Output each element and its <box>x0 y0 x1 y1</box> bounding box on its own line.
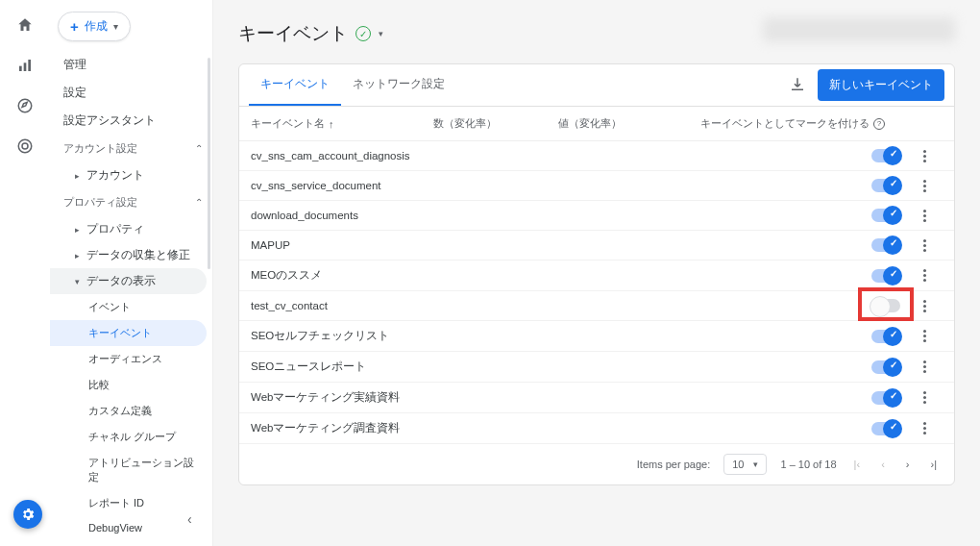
row-menu-icon[interactable] <box>918 239 931 252</box>
sidebar-group-account-label: アカウント設定 <box>63 141 137 156</box>
row-menu-icon[interactable] <box>918 330 931 342</box>
sidebar-nested-key-events[interactable]: キーイベント <box>50 320 207 346</box>
gear-icon <box>20 507 36 522</box>
mark-toggle[interactable] <box>871 209 900 222</box>
page-title-text: キーイベント <box>238 21 348 46</box>
sidebar-nested-events[interactable]: イベント <box>50 294 212 320</box>
event-name-cell[interactable]: download_documents <box>251 210 433 221</box>
chevron-up-icon: ⌃ <box>195 143 203 154</box>
explore-icon[interactable] <box>13 94 37 117</box>
sidebar-group-account[interactable]: アカウント設定 ⌃ <box>50 135 212 162</box>
chevron-down-icon[interactable]: ▾ <box>379 29 383 38</box>
sidebar-scrollbar[interactable] <box>208 58 210 269</box>
new-key-event-button[interactable]: 新しいキーイベント <box>818 69 944 101</box>
tab-network-settings[interactable]: ネットワーク設定 <box>341 64 456 106</box>
help-icon[interactable]: ? <box>873 118 885 130</box>
svg-point-5 <box>22 143 28 149</box>
main-content: キーイベント ✓ ▾ キーイベント ネットワーク設定 新しいキーイベント キーイ… <box>213 0 980 546</box>
mark-toggle[interactable] <box>871 391 900 405</box>
mark-toggle[interactable] <box>871 269 900 283</box>
account-info-blur <box>763 17 955 42</box>
sidebar-group-property[interactable]: プロパティ設定 ⌃ <box>50 188 212 216</box>
create-button[interactable]: + 作成 ▾ <box>58 12 131 41</box>
first-page-icon[interactable]: |‹ <box>850 459 865 470</box>
tab-row: キーイベント ネットワーク設定 新しいキーイベント <box>239 64 954 107</box>
tab-key-events[interactable]: キーイベント <box>249 64 341 106</box>
row-menu-icon[interactable] <box>918 300 931 312</box>
sidebar-item-setup-assistant[interactable]: 設定アシスタント <box>50 107 212 135</box>
sidebar-nested-channel-groups[interactable]: チャネル グループ <box>50 424 212 450</box>
row-menu-icon[interactable] <box>918 269 931 282</box>
table-row: cv_sns_cam_account_diagnosis <box>239 141 954 171</box>
mark-toggle[interactable] <box>871 360 900 374</box>
mark-toggle[interactable] <box>871 422 900 435</box>
chevron-down-icon: ▾ <box>753 459 758 469</box>
sidebar-item-admin[interactable]: 管理 <box>50 51 212 79</box>
mark-toggle[interactable] <box>871 299 900 312</box>
event-name-cell[interactable]: SEOセルフチェックリスト <box>251 329 433 343</box>
download-icon[interactable] <box>789 76 808 95</box>
event-name-cell[interactable]: cv_sns_cam_account_diagnosis <box>251 150 433 161</box>
sidebar-sub-property[interactable]: ▸プロパティ <box>50 216 212 242</box>
row-menu-icon[interactable] <box>918 391 931 404</box>
chevron-up-icon: ⌃ <box>195 197 203 208</box>
event-name-cell[interactable]: cv_sns_service_document <box>251 180 433 191</box>
row-menu-icon[interactable] <box>918 360 931 373</box>
mark-toggle[interactable] <box>871 238 900 252</box>
event-name-cell[interactable]: MEOのススメ <box>251 268 433 283</box>
mark-toggle[interactable] <box>871 149 900 162</box>
sidebar-sub-data-display[interactable]: ▾データの表示 <box>50 268 207 294</box>
create-button-label: 作成 <box>85 18 108 35</box>
row-menu-icon[interactable] <box>918 150 931 162</box>
event-name-cell[interactable]: test_cv_contact <box>251 300 433 311</box>
table-row: SEOセルフチェックリスト <box>239 321 954 352</box>
chevron-down-icon: ▾ <box>113 21 118 32</box>
sidebar-item-settings[interactable]: 設定 <box>50 79 212 107</box>
sidebar-nested-custom-def[interactable]: カスタム定義 <box>50 398 212 424</box>
svg-point-4 <box>18 139 32 153</box>
col-header-value[interactable]: 値（変化率） <box>558 116 693 131</box>
last-page-icon[interactable]: ›| <box>926 459 941 470</box>
plus-icon: + <box>70 18 79 35</box>
sidebar-sub-data-collection[interactable]: ▸データの収集と修正 <box>50 242 212 268</box>
reports-icon[interactable] <box>13 54 37 77</box>
prev-page-icon[interactable]: ‹ <box>877 459 889 470</box>
sort-arrow-icon: ↑ <box>329 118 334 130</box>
per-page-select[interactable]: 10 ▾ <box>723 454 767 475</box>
caret-icon: ▸ <box>75 225 81 235</box>
row-menu-icon[interactable] <box>918 422 931 434</box>
table-body: cv_sns_cam_account_diagnosiscv_sns_servi… <box>239 141 954 444</box>
sidebar-sub-label: アカウント <box>86 168 144 183</box>
per-page-label: Items per page: <box>637 459 710 470</box>
ads-icon[interactable] <box>13 135 37 158</box>
col-header-name[interactable]: キーイベント名 ↑ <box>251 116 433 131</box>
sidebar-sub-account[interactable]: ▸アカウント <box>50 162 212 188</box>
table-row: Webマーケティング実績資料 <box>239 383 954 413</box>
caret-down-icon: ▾ <box>75 277 81 286</box>
settings-fab[interactable] <box>13 500 42 529</box>
sidebar-nested-audiences[interactable]: オーディエンス <box>50 346 212 372</box>
table-row: MAPUP <box>239 231 954 261</box>
col-header-count[interactable]: 数（変化率） <box>433 116 558 131</box>
mark-toggle[interactable] <box>871 179 900 192</box>
sidebar-sub-label: プロパティ <box>86 222 144 236</box>
caret-icon: ▸ <box>75 251 81 261</box>
table-row: MEOのススメ <box>239 261 954 291</box>
row-menu-icon[interactable] <box>918 210 931 222</box>
sidebar-nested-attribution[interactable]: アトリビューション設定 <box>50 450 212 490</box>
row-menu-icon[interactable] <box>918 180 931 192</box>
home-icon[interactable] <box>13 13 37 37</box>
mark-toggle[interactable] <box>871 330 900 343</box>
col-header-name-text: キーイベント名 <box>251 116 325 131</box>
sidebar-sub-label: データの表示 <box>86 274 156 288</box>
event-name-cell[interactable]: MAPUP <box>251 239 433 251</box>
event-name-cell[interactable]: Webマーケティング実績資料 <box>251 390 433 405</box>
check-badge-icon[interactable]: ✓ <box>355 26 371 41</box>
event-name-cell[interactable]: SEOニュースレポート <box>251 360 433 374</box>
key-events-card: キーイベント ネットワーク設定 新しいキーイベント キーイベント名 ↑ 数（変化… <box>238 63 955 485</box>
event-name-cell[interactable]: Webマーケティング調査資料 <box>251 421 433 435</box>
next-page-icon[interactable]: › <box>902 459 914 470</box>
collapse-sidebar-icon[interactable]: ‹ <box>187 511 192 527</box>
svg-rect-0 <box>19 66 22 71</box>
sidebar-nested-compare[interactable]: 比較 <box>50 372 212 398</box>
